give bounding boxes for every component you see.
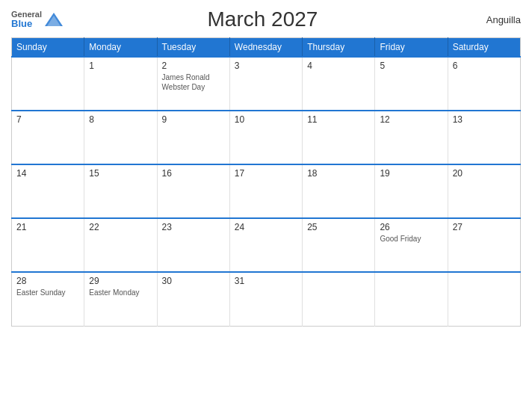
calendar-cell: 29Easter Monday (84, 272, 157, 326)
calendar-header-row: SundayMondayTuesdayWednesdayThursdayFrid… (12, 38, 521, 58)
calendar-cell: 13 (448, 111, 520, 164)
calendar-cell: 4 (303, 57, 375, 111)
logo-icon (43, 11, 64, 28)
calendar-cell: 24 (229, 218, 302, 272)
day-number: 22 (89, 222, 152, 232)
day-number: 5 (380, 61, 442, 71)
calendar-cell: 16 (157, 164, 229, 218)
calendar-cell: 30 (157, 272, 229, 326)
col-header-wednesday: Wednesday (229, 38, 302, 58)
calendar-week-row: 28Easter Sunday29Easter Monday3031 (12, 272, 521, 326)
day-number: 24 (235, 222, 297, 232)
logo: General Blue (11, 10, 64, 29)
calendar-cell: 2James Ronald Webster Day (157, 57, 229, 111)
day-number: 12 (380, 114, 442, 125)
calendar-cell: 21 (12, 218, 84, 272)
day-number: 3 (235, 61, 297, 71)
calendar-cell: 25 (303, 218, 375, 272)
calendar-cell: 5 (375, 57, 448, 111)
day-number: 4 (307, 61, 370, 71)
calendar-cell: 19 (375, 164, 448, 218)
calendar-cell: 14 (12, 164, 84, 218)
calendar-cell: 26Good Friday (375, 218, 448, 272)
calendar-cell (12, 57, 84, 111)
day-number: 29 (89, 276, 152, 286)
event-label: Good Friday (380, 234, 442, 244)
calendar-cell: 22 (84, 218, 157, 272)
calendar-cell: 11 (303, 111, 375, 164)
day-number: 13 (453, 114, 516, 125)
calendar-cell (448, 272, 520, 326)
calendar-cell: 31 (229, 272, 302, 326)
day-number: 8 (89, 114, 152, 125)
day-number: 2 (162, 61, 225, 71)
day-number: 15 (89, 168, 152, 179)
day-number: 25 (307, 222, 370, 232)
calendar-week-row: 12James Ronald Webster Day3456 (12, 57, 521, 111)
event-label: James Ronald Webster Day (162, 72, 225, 92)
calendar-cell: 18 (303, 164, 375, 218)
col-header-thursday: Thursday (303, 38, 375, 58)
day-number: 20 (453, 168, 516, 179)
day-number: 18 (307, 168, 370, 179)
page: General Blue March 2027 Anguilla SundayM… (0, 0, 532, 411)
calendar-week-row: 78910111213 (12, 111, 521, 164)
day-number: 14 (16, 168, 79, 179)
calendar-cell (303, 272, 375, 326)
calendar-cell: 28Easter Sunday (12, 272, 84, 326)
day-number: 30 (162, 276, 225, 286)
calendar-week-row: 212223242526Good Friday27 (12, 218, 521, 272)
day-number: 11 (307, 114, 370, 125)
event-label: Easter Monday (89, 288, 152, 297)
calendar-cell: 10 (229, 111, 302, 164)
calendar-cell: 3 (229, 57, 302, 111)
calendar-cell: 15 (84, 164, 157, 218)
calendar-cell: 8 (84, 111, 157, 164)
day-number: 21 (16, 222, 79, 232)
calendar-title: March 2027 (64, 7, 461, 31)
day-number: 17 (235, 168, 297, 179)
col-header-tuesday: Tuesday (157, 38, 229, 58)
calendar-table: SundayMondayTuesdayWednesdayThursdayFrid… (11, 37, 521, 327)
day-number: 16 (162, 168, 225, 179)
logo-blue-text: Blue (11, 19, 42, 29)
day-number: 31 (235, 276, 297, 286)
calendar-cell: 6 (448, 57, 520, 111)
calendar-cell: 1 (84, 57, 157, 111)
day-number: 1 (89, 61, 152, 71)
calendar-cell (375, 272, 448, 326)
calendar-week-row: 14151617181920 (12, 164, 521, 218)
col-header-saturday: Saturday (448, 38, 520, 58)
day-number: 9 (162, 114, 225, 125)
calendar-cell: 17 (229, 164, 302, 218)
calendar-cell: 7 (12, 111, 84, 164)
day-number: 26 (380, 222, 442, 232)
calendar-cell: 27 (448, 218, 520, 272)
country-label: Anguilla (461, 14, 521, 25)
col-header-friday: Friday (375, 38, 448, 58)
day-number: 7 (16, 114, 79, 125)
day-number: 23 (162, 222, 225, 232)
calendar-cell: 23 (157, 218, 229, 272)
day-number: 27 (453, 222, 516, 232)
header: General Blue March 2027 Anguilla (11, 7, 521, 31)
day-number: 6 (453, 61, 516, 71)
day-number: 10 (235, 114, 297, 125)
day-number: 28 (16, 276, 79, 286)
col-header-sunday: Sunday (12, 38, 84, 58)
day-number: 19 (380, 168, 442, 179)
calendar-cell: 20 (448, 164, 520, 218)
event-label: Easter Sunday (16, 288, 79, 297)
calendar-cell: 12 (375, 111, 448, 164)
col-header-monday: Monday (84, 38, 157, 58)
calendar-cell: 9 (157, 111, 229, 164)
